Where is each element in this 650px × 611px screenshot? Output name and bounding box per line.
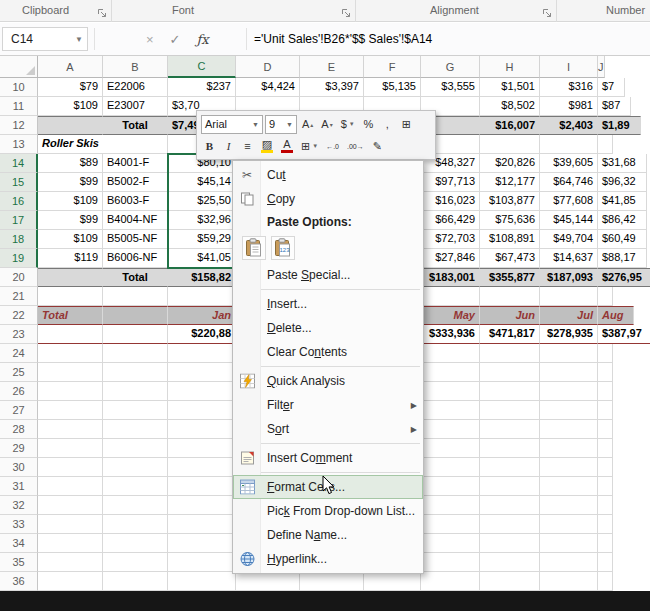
cell-A19[interactable]: $119: [38, 249, 103, 268]
menu-item-clear-contents[interactable]: Clear Contents: [233, 340, 423, 364]
cell-H17[interactable]: $75,636: [480, 211, 540, 230]
cell-B27[interactable]: [103, 401, 168, 420]
cell-J26[interactable]: [598, 382, 613, 401]
cell-H27[interactable]: [480, 401, 540, 420]
cell-H14[interactable]: $20,826: [480, 154, 540, 173]
cell-C33[interactable]: [168, 515, 236, 534]
cell-C17[interactable]: $32,96: [168, 211, 236, 230]
cell-A25[interactable]: [38, 363, 103, 382]
cell-J18[interactable]: $60,49: [598, 230, 647, 249]
cell-J36[interactable]: [598, 572, 613, 591]
fill-color-button[interactable]: ▨: [258, 137, 276, 156]
cell-H16[interactable]: $103,877: [480, 192, 540, 211]
row-header-17[interactable]: 17: [0, 211, 38, 230]
font-size-select[interactable]: 9 ▼: [265, 115, 297, 134]
cell-A29[interactable]: [38, 439, 103, 458]
cell-I35[interactable]: [540, 553, 598, 572]
cell-B35[interactable]: [103, 553, 168, 572]
cell-H33[interactable]: [480, 515, 540, 534]
menu-item-define-name[interactable]: Define Name...: [233, 523, 423, 547]
cell-A20[interactable]: [38, 268, 103, 287]
bold-button[interactable]: B: [201, 137, 218, 156]
cell-G23[interactable]: $333,936: [421, 325, 480, 344]
cell-G29[interactable]: [421, 439, 480, 458]
row-header-12[interactable]: 12: [0, 116, 38, 135]
cell-C25[interactable]: [168, 363, 236, 382]
cell-A17[interactable]: $99: [38, 211, 103, 230]
cell-J19[interactable]: $88,17: [598, 249, 647, 268]
row-header-13[interactable]: 13: [0, 135, 38, 154]
cell-C31[interactable]: [168, 477, 236, 496]
cell-H20[interactable]: $355,877: [480, 268, 540, 287]
cell-C18[interactable]: $59,29: [168, 230, 236, 249]
row-header-30[interactable]: 30: [0, 458, 38, 477]
cell-G20[interactable]: $183,001: [421, 268, 480, 287]
cell-I10[interactable]: $316: [540, 78, 598, 97]
menu-item-cut[interactable]: ✂Cut: [233, 163, 423, 187]
column-header-A[interactable]: A: [38, 56, 103, 78]
cell-E10[interactable]: $3,397: [300, 78, 364, 97]
font-name-select[interactable]: Arial ▼: [201, 115, 263, 134]
cell-A11[interactable]: $109: [38, 97, 103, 116]
menu-item-copy[interactable]: Copy: [233, 187, 423, 211]
cell-H36[interactable]: [480, 572, 540, 591]
row-header-11[interactable]: 11: [0, 97, 38, 116]
cell-B20[interactable]: Total: [103, 268, 168, 287]
cell-A35[interactable]: [38, 553, 103, 572]
row-header-31[interactable]: 31: [0, 477, 38, 496]
cell-I11[interactable]: $981: [540, 97, 598, 116]
cell-H25[interactable]: [480, 363, 540, 382]
cell-B26[interactable]: [103, 382, 168, 401]
cell-B18[interactable]: B5005-NF: [103, 230, 168, 249]
cell-J25[interactable]: [598, 363, 613, 382]
cell-A12[interactable]: [38, 116, 103, 135]
decrease-decimal-button[interactable]: .00→: [344, 137, 367, 156]
column-header-I[interactable]: I: [540, 56, 598, 78]
cell-A24[interactable]: [38, 344, 103, 363]
cell-G36[interactable]: [421, 572, 480, 591]
cell-H30[interactable]: [480, 458, 540, 477]
font-color-button[interactable]: A: [278, 137, 296, 156]
cell-G17[interactable]: $66,429: [421, 211, 480, 230]
cell-H32[interactable]: [480, 496, 540, 515]
column-header-G[interactable]: G: [421, 56, 480, 78]
cell-G24[interactable]: [421, 344, 480, 363]
cell-J33[interactable]: [598, 515, 613, 534]
row-header-15[interactable]: 15: [0, 173, 38, 192]
cell-C28[interactable]: [168, 420, 236, 439]
cell-G31[interactable]: [421, 477, 480, 496]
row-header-14[interactable]: 14: [0, 154, 38, 173]
cell-I23[interactable]: $278,935: [540, 325, 598, 344]
cell-J29[interactable]: [598, 439, 613, 458]
cell-G18[interactable]: $72,703: [421, 230, 480, 249]
cell-C21[interactable]: [168, 287, 236, 306]
cell-C15[interactable]: $45,14: [168, 173, 236, 192]
row-header-23[interactable]: 23: [0, 325, 38, 344]
cell-B12[interactable]: Total: [103, 116, 168, 135]
italic-button[interactable]: I: [220, 137, 237, 156]
cell-A15[interactable]: $99: [38, 173, 103, 192]
cell-A13[interactable]: Roller Skis: [38, 135, 103, 154]
cell-C34[interactable]: [168, 534, 236, 553]
cell-C30[interactable]: [168, 458, 236, 477]
cell-C10[interactable]: $237: [168, 78, 236, 97]
cell-C32[interactable]: [168, 496, 236, 515]
cancel-icon[interactable]: ×: [146, 32, 154, 47]
cell-A30[interactable]: [38, 458, 103, 477]
row-header-28[interactable]: 28: [0, 420, 38, 439]
cell-I13[interactable]: [540, 135, 598, 154]
cell-J24[interactable]: [598, 344, 613, 363]
cell-A33[interactable]: [38, 515, 103, 534]
cell-H10[interactable]: $1,501: [480, 78, 540, 97]
column-header-B[interactable]: B: [103, 56, 168, 78]
menu-item-insert-comment[interactable]: Insert Comment: [233, 446, 423, 470]
comma-style-button[interactable]: ,: [379, 115, 396, 134]
cell-A23[interactable]: [38, 325, 103, 344]
cell-B34[interactable]: [103, 534, 168, 553]
cell-B16[interactable]: B6003-F: [103, 192, 168, 211]
row-header-19[interactable]: 19: [0, 249, 38, 268]
cell-C27[interactable]: [168, 401, 236, 420]
select-all-corner[interactable]: [0, 56, 38, 78]
cell-A21[interactable]: [38, 287, 103, 306]
cell-H11[interactable]: $8,502: [480, 97, 540, 116]
